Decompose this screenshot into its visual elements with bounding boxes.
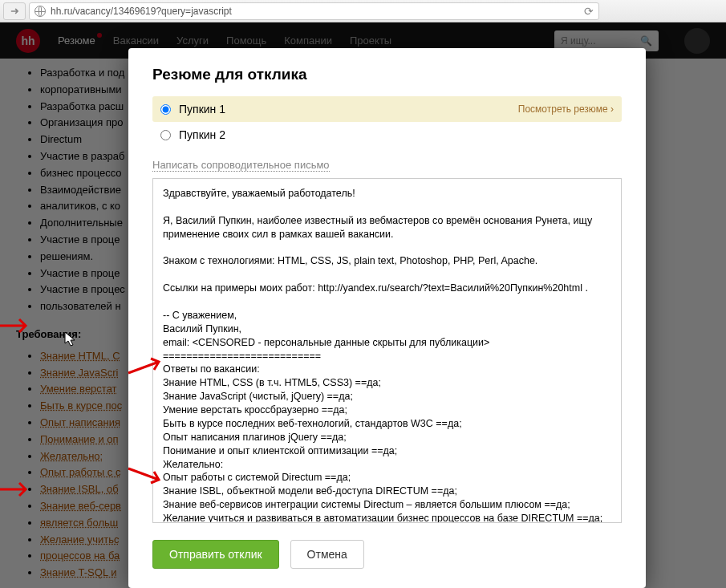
resume-radio-1[interactable]: [160, 104, 171, 115]
modal-actions: Отправить отклик Отмена: [152, 540, 622, 569]
modal-title: Резюме для отклика: [152, 66, 622, 83]
resume-label-2: Пупкин 2: [179, 128, 614, 141]
view-resume-link[interactable]: Посмотреть резюме ›: [518, 103, 614, 115]
resume-option-1[interactable]: Пупкин 1 Посмотреть резюме ›: [152, 96, 622, 122]
cancel-button[interactable]: Отмена: [290, 540, 364, 569]
resume-radio-2[interactable]: [160, 130, 171, 140]
refresh-icon[interactable]: ⟳: [584, 5, 594, 18]
resume-option-2[interactable]: Пупкин 2: [152, 122, 622, 148]
cover-letter-toggle[interactable]: Написать сопроводительное письмо: [152, 159, 330, 172]
cover-letter-textarea[interactable]: [152, 178, 622, 523]
url-text: hh.ru/vacancy/13469619?query=javascript: [51, 6, 232, 17]
browser-chrome: ➜ hh.ru/vacancy/13469619?query=javascrip…: [0, 0, 726, 22]
address-bar[interactable]: hh.ru/vacancy/13469619?query=javascript …: [29, 2, 599, 20]
globe-icon: [34, 6, 46, 17]
nav-forward-button[interactable]: ➜: [3, 2, 26, 20]
apply-modal: Резюме для отклика Пупкин 1 Посмотреть р…: [128, 48, 646, 588]
submit-button[interactable]: Отправить отклик: [152, 540, 279, 569]
resume-label-1: Пупкин 1: [179, 103, 510, 116]
